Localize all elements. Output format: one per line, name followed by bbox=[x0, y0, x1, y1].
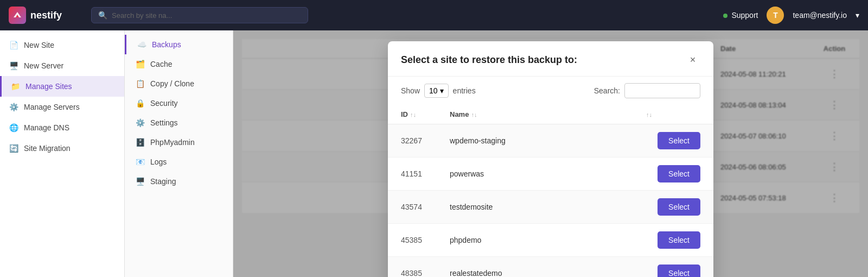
manage-dns-icon: 🌐 bbox=[9, 123, 18, 133]
col-name-header: Name ↑↓ bbox=[450, 110, 646, 118]
select-button-1[interactable]: Select bbox=[658, 132, 700, 149]
show-label: Show bbox=[401, 86, 420, 95]
modal-overlay: Select a site to restore this backup to:… bbox=[233, 30, 868, 277]
secondary-item-cache[interactable]: 🗂️ Cache bbox=[125, 54, 233, 74]
select-button-2[interactable]: Select bbox=[658, 165, 700, 182]
row-id-4: 45385 bbox=[401, 236, 450, 244]
modal-table-row: 32267 wpdemo-staging Select bbox=[388, 124, 713, 158]
row-id-1: 32267 bbox=[401, 136, 450, 145]
select-button-5[interactable]: Select bbox=[658, 265, 700, 277]
secondary-item-phpmyadmin[interactable]: 🗄️ PhpMyadmin bbox=[125, 133, 233, 152]
select-button-3[interactable]: Select bbox=[658, 198, 700, 216]
phpmyadmin-icon: 🗄️ bbox=[136, 138, 145, 147]
sidebar-item-manage-sites[interactable]: 📁 Manage Sites bbox=[0, 76, 124, 97]
modal-close-button[interactable]: × bbox=[685, 52, 700, 67]
cache-icon: 🗂️ bbox=[136, 60, 145, 68]
chevron-down-icon: ▾ bbox=[440, 86, 444, 95]
support-status-dot bbox=[723, 14, 727, 18]
copy-clone-icon: 📋 bbox=[136, 79, 145, 88]
security-icon: 🔒 bbox=[136, 99, 145, 108]
logo: nestify bbox=[9, 7, 85, 24]
new-server-icon: 🖥️ bbox=[9, 61, 18, 71]
manage-servers-icon: ⚙️ bbox=[9, 102, 18, 112]
avatar[interactable]: T bbox=[767, 7, 784, 24]
logs-icon: 📧 bbox=[136, 158, 145, 166]
sidebar-item-new-server[interactable]: 🖥️ New Server bbox=[0, 55, 124, 76]
secondary-item-logs[interactable]: 📧 Logs bbox=[125, 152, 233, 172]
row-name-3: testdemosite bbox=[450, 203, 646, 211]
site-migration-icon: 🔄 bbox=[9, 143, 18, 153]
modal-title: Select a site to restore this backup to: bbox=[401, 54, 577, 66]
search-bar[interactable]: 🔍 Search by site na... bbox=[91, 7, 308, 23]
manage-sites-icon: 📁 bbox=[10, 81, 20, 91]
row-id-2: 41151 bbox=[401, 169, 450, 178]
secondary-item-staging[interactable]: 🖥️ Staging bbox=[125, 172, 233, 191]
main-content: Details Date Action n 6.5.3s: View 2024-… bbox=[233, 30, 868, 277]
user-email: team@nestify.io bbox=[793, 11, 847, 20]
row-id-3: 43574 bbox=[401, 203, 450, 211]
modal-table-header: ID ↑↓ Name ↑↓ ↑↓ bbox=[388, 105, 713, 124]
entries-label: entries bbox=[453, 86, 476, 95]
secondary-item-copy-clone[interactable]: 📋 Copy / Clone bbox=[125, 74, 233, 93]
modal-search-input[interactable] bbox=[624, 83, 700, 98]
search-placeholder: Search by site na... bbox=[112, 11, 172, 20]
secondary-item-settings[interactable]: ⚙️ Settings bbox=[125, 113, 233, 133]
row-name-4: phpdemo bbox=[450, 236, 646, 244]
sidebar-item-site-migration[interactable]: 🔄 Site Migration bbox=[0, 138, 124, 159]
show-entries-select[interactable]: 10 ▾ bbox=[424, 84, 449, 98]
modal-table-row: 43574 testdemosite Select bbox=[388, 191, 713, 224]
modal-table-row: 45385 phpdemo Select bbox=[388, 224, 713, 257]
sort-arrows-btn[interactable]: ↑↓ bbox=[646, 111, 652, 118]
secondary-sidebar: ☁️ Backups 🗂️ Cache 📋 Copy / Clone 🔒 Sec… bbox=[125, 30, 233, 277]
modal-header: Select a site to restore this backup to:… bbox=[388, 41, 713, 77]
row-id-5: 48385 bbox=[401, 269, 450, 277]
new-site-icon: 📄 bbox=[9, 40, 18, 50]
nav-right: Support T team@nestify.io ▾ bbox=[723, 7, 859, 24]
support-link[interactable]: Support bbox=[723, 11, 758, 20]
logo-icon bbox=[9, 7, 26, 24]
backups-icon: ☁️ bbox=[137, 40, 146, 49]
sidebar-item-new-site[interactable]: 📄 New Site bbox=[0, 35, 124, 55]
modal-dialog: Select a site to restore this backup to:… bbox=[388, 41, 713, 277]
modal-toolbar: Show 10 ▾ entries Search: bbox=[388, 77, 713, 105]
search-icon: 🔍 bbox=[98, 11, 107, 20]
modal-table-row: 48385 realestatedemo Select bbox=[388, 257, 713, 277]
select-button-4[interactable]: Select bbox=[658, 231, 700, 249]
sidebar-item-manage-dns[interactable]: 🌐 Manage DNS bbox=[0, 117, 124, 138]
secondary-item-security[interactable]: 🔒 Security bbox=[125, 93, 233, 113]
user-menu-chevron[interactable]: ▾ bbox=[856, 11, 859, 20]
sort-arrows-name[interactable]: ↑↓ bbox=[471, 111, 477, 118]
app-name: nestify bbox=[30, 10, 62, 21]
row-name-5: realestatedemo bbox=[450, 269, 646, 277]
secondary-item-backups[interactable]: ☁️ Backups bbox=[125, 35, 233, 54]
row-name-1: wpdemo-staging bbox=[450, 136, 646, 145]
modal-table: ID ↑↓ Name ↑↓ ↑↓ 32267 bbox=[388, 105, 713, 277]
row-name-2: powerwas bbox=[450, 169, 646, 178]
col-btn-header: ↑↓ bbox=[646, 110, 700, 118]
top-navigation: nestify 🔍 Search by site na... Support T… bbox=[0, 0, 868, 30]
search-label: Search: bbox=[594, 86, 620, 95]
modal-table-row: 41151 powerwas Select bbox=[388, 158, 713, 191]
left-sidebar: 📄 New Site 🖥️ New Server 📁 Manage Sites … bbox=[0, 30, 125, 277]
col-id-header: ID ↑↓ bbox=[401, 110, 450, 118]
sidebar-item-manage-servers[interactable]: ⚙️ Manage Servers bbox=[0, 97, 124, 117]
layout: 📄 New Site 🖥️ New Server 📁 Manage Sites … bbox=[0, 30, 868, 277]
settings-icon: ⚙️ bbox=[136, 118, 145, 127]
sort-arrows-id[interactable]: ↑↓ bbox=[410, 111, 416, 118]
staging-icon: 🖥️ bbox=[136, 177, 145, 186]
